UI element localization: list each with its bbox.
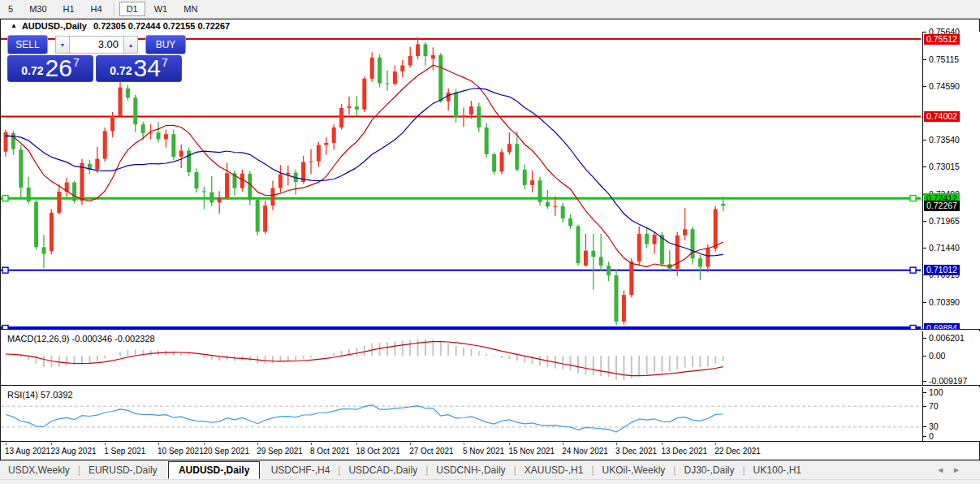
macd-tick-label: 0.00 (929, 351, 945, 361)
rsi-tick-label: 100 (929, 387, 943, 398)
sell-price-digits: 26 (45, 57, 72, 80)
chart-tab-usdcnh[interactable]: USDCNH-,Daily (428, 462, 513, 478)
chart-tab-audusd[interactable]: AUDUSD-,Daily (168, 461, 260, 479)
sell-price-display[interactable]: 0.72 26 7 (7, 55, 93, 82)
chart-tab-xauusd[interactable]: XAUUSD-,H1 (516, 462, 592, 478)
price-tick: 0.74590 (923, 81, 960, 92)
date-tick (616, 443, 617, 445)
chart-tab-usdchf[interactable]: USDCHF-,H4 (263, 462, 339, 478)
tick-dash (923, 59, 926, 60)
timeframe-button-mn[interactable]: MN (176, 2, 205, 16)
chart-tab-dj30[interactable]: DJ30-,Daily (676, 462, 742, 478)
rsi-tick-label: 70 (929, 401, 939, 412)
sell-price-prefix: 0.72 (21, 64, 43, 77)
date-label: 22 Dec 2021 (714, 447, 761, 456)
bottom-strip (0, 479, 980, 484)
macd-axis[interactable]: 0.0062010.00-0.009197 (922, 331, 980, 385)
date-tick (464, 443, 464, 445)
chart-tab-usdcad[interactable]: USDCAD-,Daily (340, 462, 425, 478)
rsi-axis[interactable]: 10070300 (922, 387, 980, 441)
chart-tab-eurusd[interactable]: EURUSD-,Daily (80, 462, 166, 478)
rsi-plot-area[interactable] (1, 387, 922, 441)
date-tick (662, 443, 663, 445)
tick-dash (923, 426, 926, 427)
tick-dash (923, 356, 926, 357)
timeframe-toolbar: 5M30H1H4D1W1MN (0, 0, 980, 19)
timeframe-button-5[interactable]: 5 (1, 2, 20, 16)
macd-pane[interactable]: MACD(12,26,9) -0.000346 -0.002328 0.0062… (1, 331, 979, 385)
chart-tab-uk100[interactable]: UK100-,H1 (745, 462, 809, 478)
date-tick (105, 443, 106, 445)
collapse-triangle-icon[interactable]: ▲ (11, 22, 17, 29)
date-tick (158, 443, 159, 445)
sell-price-pip: 7 (73, 56, 80, 69)
date-tick (356, 443, 357, 445)
tick-dash (923, 32, 926, 32)
date-label: 20 Sep 2021 (203, 447, 249, 456)
price-tick: 0.71965 (923, 216, 960, 227)
tab-scroll-arrows: ◄► (936, 465, 969, 474)
chart-ohlc-values: 0.72305 0.72444 0.72155 0.72267 (93, 21, 230, 31)
price-tick-label: 0.73015 (929, 162, 960, 172)
price-tick-label: 0.71440 (929, 243, 960, 253)
timeframe-button-h4[interactable]: H4 (84, 2, 110, 16)
volume-input[interactable]: 3.00 (69, 36, 124, 54)
chart-tab-ukoil[interactable]: UKOil-,Weekly (594, 462, 674, 478)
sell-button[interactable]: SELL (7, 35, 48, 54)
timeframe-button-h1[interactable]: H1 (56, 2, 82, 16)
date-label: 23 Aug 2021 (50, 447, 96, 456)
tab-scroll-left-icon[interactable]: ◄ (936, 465, 952, 474)
date-label: 3 Dec 2021 (615, 447, 657, 456)
tick-dash (923, 86, 926, 87)
tick-dash (923, 381, 926, 382)
date-tick (257, 443, 258, 445)
price-tick: 0.71440 (923, 243, 960, 253)
date-label: 1 Sep 2021 (104, 447, 145, 456)
chart-tab-usdx[interactable]: USDX,Weekly (0, 462, 78, 478)
timeframe-button-w1[interactable]: W1 (147, 2, 175, 16)
timeframe-button-d1[interactable]: D1 (119, 2, 145, 16)
price-level-badge: 0.74002 (924, 111, 960, 122)
date-tick (715, 443, 716, 445)
tab-scroll-right-icon[interactable]: ► (952, 465, 969, 474)
trading-terminal: 5M30H1H4D1W1MN ▲ AUDUSD-,Daily 0.72305 0… (0, 0, 980, 484)
date-axis[interactable]: 13 Aug 202123 Aug 20211 Sep 202110 Sep 2… (1, 443, 979, 460)
price-tick-label: 0.73540 (929, 135, 960, 145)
price-tick: 0.73015 (923, 162, 960, 172)
tick-dash (923, 436, 926, 437)
rsi-tick: 100 (923, 387, 943, 398)
one-click-trade-panel: SELL ▼ 3.00 ▲ BUY 0.72 26 (7, 36, 186, 82)
date-label: 13 Aug 2021 (5, 447, 50, 456)
date-tick (311, 443, 312, 445)
date-label: 24 Nov 2021 (562, 447, 608, 456)
rsi-tick: 70 (923, 401, 939, 412)
macd-label: MACD(12,26,9) -0.000346 -0.002328 (7, 334, 155, 344)
timeframe-button-m30[interactable]: M30 (22, 2, 54, 16)
arrow-up-icon: ▲ (128, 42, 134, 48)
volume-decrease-button[interactable]: ▼ (55, 36, 69, 54)
volume-increase-button[interactable]: ▲ (124, 36, 138, 54)
macd-tick: 0.006201 (923, 333, 965, 344)
rsi-pane[interactable]: RSI(14) 57.0392 10070300 (1, 387, 979, 441)
buy-button[interactable]: BUY (145, 35, 186, 54)
price-level-badge: 0.75512 (924, 34, 960, 45)
date-tick (204, 443, 205, 445)
tick-dash (923, 221, 926, 222)
price-pane[interactable]: SELL ▼ 3.00 ▲ BUY 0.72 26 (1, 32, 979, 329)
price-tick-label: 0.75115 (929, 54, 959, 65)
price-plot-area[interactable]: SELL ▼ 3.00 ▲ BUY 0.72 26 (1, 32, 922, 329)
toolbar-separator (114, 2, 115, 15)
price-level-badge: 0.72267 (924, 201, 960, 211)
date-label: 29 Sep 2021 (257, 447, 303, 456)
buy-price-pip: 7 (162, 56, 168, 69)
date-label: 5 Nov 2021 (463, 447, 504, 456)
price-level-badge: 0.71012 (924, 265, 960, 275)
price-tick-label: 0.71965 (929, 216, 960, 227)
chart-symbol-title: AUDUSD-,Daily (22, 21, 87, 31)
tick-dash (923, 392, 926, 393)
buy-price-display[interactable]: 0.72 34 7 (96, 55, 182, 82)
date-label: 8 Oct 2021 (310, 447, 350, 456)
price-tick: 0.73540 (923, 135, 960, 145)
tick-dash (923, 140, 926, 140)
price-axis[interactable]: 0.756400.751150.745900.735400.730150.724… (922, 32, 980, 329)
